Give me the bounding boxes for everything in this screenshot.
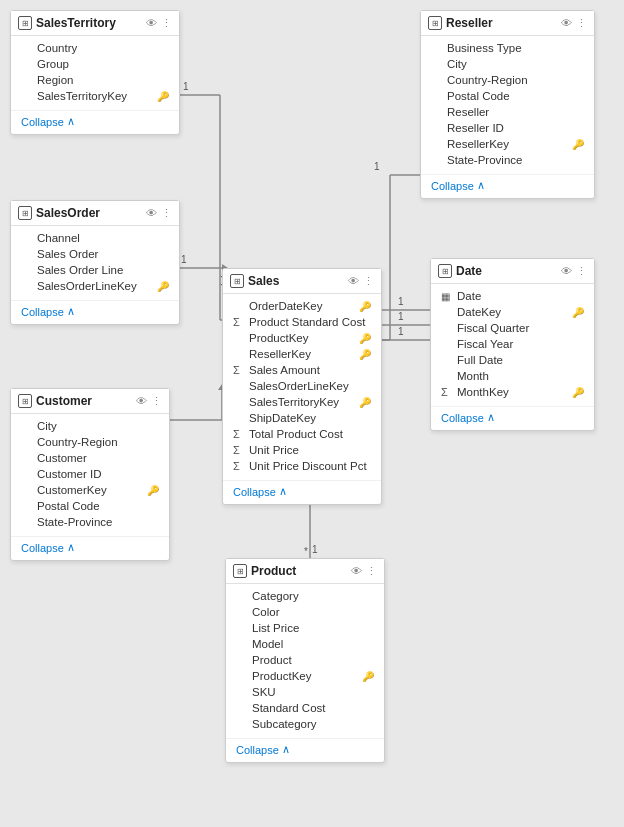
reseller-more-icon[interactable]: ⋮	[576, 17, 587, 30]
salesorder-collapse[interactable]: Collapse ∧	[11, 300, 179, 324]
field-fulldate: Full Date	[431, 352, 594, 368]
field-city-c: City	[11, 418, 169, 434]
field-model: Model	[226, 636, 384, 652]
date-collapse[interactable]: Collapse ∧	[431, 406, 594, 430]
field-postalcode-r: Postal Code	[421, 88, 594, 104]
resellerkey-hidden-icon: 🔑	[572, 139, 584, 150]
sales-icon: ⊞	[230, 274, 244, 288]
productkey-p-hidden-icon: 🔑	[362, 671, 374, 682]
sales-collapse[interactable]: Collapse ∧	[223, 480, 381, 504]
customer-more-icon[interactable]: ⋮	[151, 395, 162, 408]
field-salesorderline: Sales Order Line	[11, 262, 179, 278]
field-salesorder: Sales Order	[11, 246, 179, 262]
reseller-icon: ⊞	[428, 16, 442, 30]
sales-more-icon[interactable]: ⋮	[363, 275, 374, 288]
customer-fields: City Country-Region Customer Customer ID…	[11, 414, 169, 534]
field-stateprovince-r: State-Province	[421, 152, 594, 168]
salesterritory-icon: ⊞	[18, 16, 32, 30]
salesorder-fields: Channel Sales Order Sales Order Line Sal…	[11, 226, 179, 298]
date-eye-icon[interactable]: 👁	[561, 265, 572, 277]
productkey-s-hidden-icon: 🔑	[359, 333, 371, 344]
resellerkey-s-hidden-icon: 🔑	[359, 349, 371, 360]
field-resellerkey-s: ResellerKey 🔑	[223, 346, 381, 362]
salesterritorykey-s-hidden-icon: 🔑	[359, 397, 371, 408]
product-eye-icon[interactable]: 👁	[351, 565, 362, 577]
salesorder-more-icon[interactable]: ⋮	[161, 207, 172, 220]
field-stateprovince-c: State-Province	[11, 514, 169, 530]
field-listprice: List Price	[226, 620, 384, 636]
reseller-collapse[interactable]: Collapse ∧	[421, 174, 594, 198]
field-channel: Channel	[11, 230, 179, 246]
field-productkey-p: ProductKey 🔑	[226, 668, 384, 684]
reseller-eye-icon[interactable]: 👁	[561, 17, 572, 29]
salesterritory-fields: Country Group Region SalesTerritoryKey 🔑	[11, 36, 179, 108]
field-customerid: Customer ID	[11, 466, 169, 482]
table-date: ⊞ Date 👁 ⋮ ▦ Date DateKey 🔑 Fiscal Quart…	[430, 258, 595, 431]
field-countryregion-r: Country-Region	[421, 72, 594, 88]
field-standardcost: Standard Cost	[226, 700, 384, 716]
field-sku: SKU	[226, 684, 384, 700]
field-fiscalyear: Fiscal Year	[431, 336, 594, 352]
reseller-header: ⊞ Reseller 👁 ⋮	[421, 11, 594, 36]
field-reseller: Reseller	[421, 104, 594, 120]
product-icon: ⊞	[233, 564, 247, 578]
field-unitpricediscountpct: Σ Unit Price Discount Pct	[223, 458, 381, 474]
customer-eye-icon[interactable]: 👁	[136, 395, 147, 407]
table-product: ⊞ Product 👁 ⋮ Category Color List Price	[225, 558, 385, 763]
orderdatekey-hidden-icon: 🔑	[359, 301, 371, 312]
table-sales: ⊞ Sales 👁 ⋮ OrderDateKey 🔑 Σ Product Sta…	[222, 268, 382, 505]
sales-eye-icon[interactable]: 👁	[348, 275, 359, 287]
date-more-icon[interactable]: ⋮	[576, 265, 587, 278]
table-customer: ⊞ Customer 👁 ⋮ City Country-Region Custo…	[10, 388, 170, 561]
customer-header: ⊞ Customer 👁 ⋮	[11, 389, 169, 414]
svg-text:1: 1	[398, 296, 404, 307]
product-collapse[interactable]: Collapse ∧	[226, 738, 384, 762]
customer-title: Customer	[36, 394, 132, 408]
salesterritory-collapse[interactable]: Collapse ∧	[11, 110, 179, 134]
date-icon: ⊞	[438, 264, 452, 278]
svg-text:1: 1	[398, 311, 404, 322]
svg-text:1: 1	[374, 161, 380, 172]
svg-text:1: 1	[183, 81, 189, 92]
field-subcategory: Subcategory	[226, 716, 384, 732]
date-fields: ▦ Date DateKey 🔑 Fiscal Quarter Fiscal Y…	[431, 284, 594, 404]
product-more-icon[interactable]: ⋮	[366, 565, 377, 578]
salesterritory-title: SalesTerritory	[36, 16, 142, 30]
field-unitprice: Σ Unit Price	[223, 442, 381, 458]
salesterritory-more-icon[interactable]: ⋮	[161, 17, 172, 30]
salesterritory-header: ⊞ SalesTerritory 👁 ⋮	[11, 11, 179, 36]
field-salesterritorykey: SalesTerritoryKey 🔑	[11, 88, 179, 104]
table-reseller: ⊞ Reseller 👁 ⋮ Business Type City Countr…	[420, 10, 595, 199]
salesterritory-eye-icon[interactable]: 👁	[146, 17, 157, 29]
field-productkey-s: ProductKey 🔑	[223, 330, 381, 346]
field-city-r: City	[421, 56, 594, 72]
salesorder-header: ⊞ SalesOrder 👁 ⋮	[11, 201, 179, 226]
field-countryregion-c: Country-Region	[11, 434, 169, 450]
sales-title: Sales	[248, 274, 344, 288]
customerkey-hidden-icon: 🔑	[147, 485, 159, 496]
svg-text:1: 1	[312, 544, 318, 555]
field-salesorderlinekey-s: SalesOrderLineKey	[223, 378, 381, 394]
svg-text:1: 1	[181, 254, 187, 265]
product-fields: Category Color List Price Model Product …	[226, 584, 384, 736]
salesterritorykey-hidden-icon: 🔑	[157, 91, 169, 102]
monthkey-hidden-icon: 🔑	[572, 387, 584, 398]
date-title: Date	[456, 264, 557, 278]
field-month: Month	[431, 368, 594, 384]
field-salesamount: Σ Sales Amount	[223, 362, 381, 378]
field-businesstype: Business Type	[421, 40, 594, 56]
salesorder-eye-icon[interactable]: 👁	[146, 207, 157, 219]
reseller-title: Reseller	[446, 16, 557, 30]
field-product: Product	[226, 652, 384, 668]
svg-text:1: 1	[398, 326, 404, 337]
field-color: Color	[226, 604, 384, 620]
field-country: Country	[11, 40, 179, 56]
customer-collapse[interactable]: Collapse ∧	[11, 536, 169, 560]
field-totalproductcost: Σ Total Product Cost	[223, 426, 381, 442]
field-fiscalquarter: Fiscal Quarter	[431, 320, 594, 336]
product-header: ⊞ Product 👁 ⋮	[226, 559, 384, 584]
svg-text:*: *	[304, 546, 308, 557]
salesorder-icon: ⊞	[18, 206, 32, 220]
field-category: Category	[226, 588, 384, 604]
field-customerkey: CustomerKey 🔑	[11, 482, 169, 498]
